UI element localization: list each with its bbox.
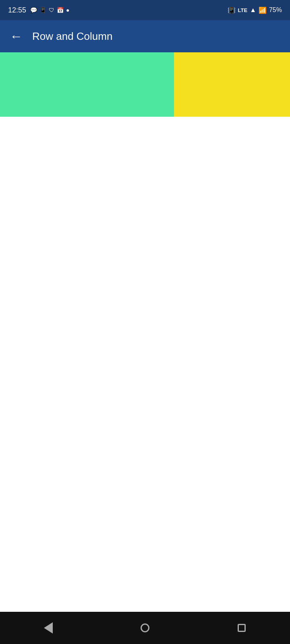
nav-back-button[interactable] xyxy=(36,616,60,640)
vibrate-icon: 📳 xyxy=(228,6,236,14)
back-button[interactable]: ← xyxy=(8,28,24,44)
lte-icon: LTE xyxy=(238,7,248,13)
shield-icon: 🛡 xyxy=(49,7,54,13)
status-time: 12:55 xyxy=(8,6,26,14)
nav-bar xyxy=(0,612,290,644)
recent-square-icon xyxy=(238,624,246,632)
app-bar: ← Row and Column xyxy=(0,20,290,52)
color-row xyxy=(0,52,290,117)
battery-level: 75% xyxy=(269,6,282,14)
content-area xyxy=(0,52,290,612)
status-icons: 💬 📱 🛡 📅 ● xyxy=(30,7,69,13)
back-triangle-icon xyxy=(44,622,53,634)
nav-home-button[interactable] xyxy=(133,616,157,640)
wifi-icon: ▲ xyxy=(250,6,256,14)
green-box xyxy=(0,52,174,117)
chat-icon: 💬 xyxy=(30,7,37,13)
dot-icon: ● xyxy=(66,7,69,13)
white-area xyxy=(0,117,290,612)
page-title: Row and Column xyxy=(32,30,112,43)
signal-icon: 📶 xyxy=(259,6,267,14)
home-circle-icon xyxy=(141,623,149,632)
back-arrow-icon: ← xyxy=(10,30,23,43)
status-bar-left: 12:55 💬 📱 🛡 📅 ● xyxy=(8,6,70,14)
whatsapp-icon: 📱 xyxy=(39,7,46,13)
status-bar-right: 📳 LTE ▲ 📶 75% xyxy=(228,6,282,14)
calendar-icon: 📅 xyxy=(57,7,64,13)
status-bar: 12:55 💬 📱 🛡 📅 ● 📳 LTE ▲ 📶 75% xyxy=(0,0,290,20)
nav-recent-button[interactable] xyxy=(230,616,254,640)
yellow-box xyxy=(174,52,290,117)
